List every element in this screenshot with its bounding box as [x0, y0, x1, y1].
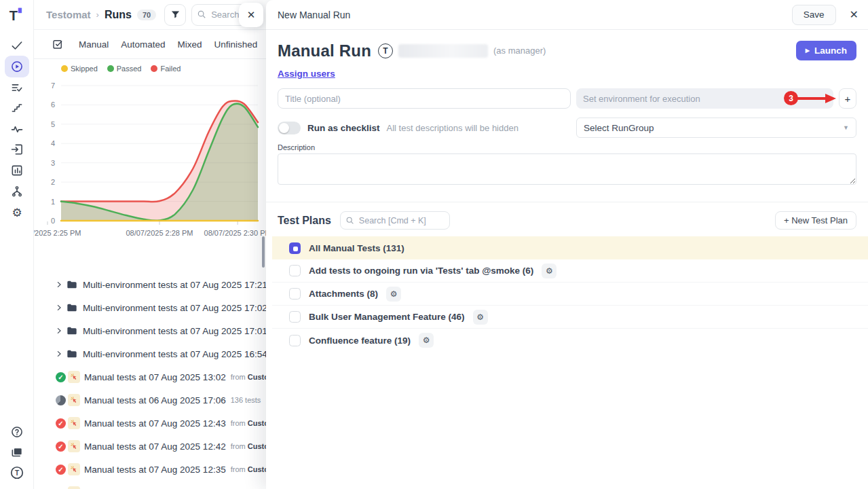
run-list-item[interactable]: ✓ Manual tests at 07 Aug 2025 12:35 from… [34, 458, 266, 481]
title-env-row: + 3 [278, 88, 856, 109]
run-status-icon: ✓ [56, 418, 66, 429]
assign-users-link[interactable]: Assign users [278, 69, 335, 79]
runs-type-tabs: Manual Automated Mixed Unfinished [34, 30, 266, 59]
testomat-logo-icon[interactable]: T▘ [0, 5, 34, 26]
chevron-right-icon[interactable] [56, 350, 62, 357]
drawer-title: New Manual Run [278, 10, 350, 20]
svg-text:08/07/2025 2:30 PM: 08/07/2025 2:30 PM [204, 229, 266, 237]
test-plan-label: Bulk User Management Feature (46) [309, 312, 465, 322]
test-plan-checkbox[interactable] [289, 242, 301, 254]
rungroup-value: Select RunGroup [584, 123, 654, 133]
test-plan-checkbox[interactable] [289, 265, 301, 276]
legend-item[interactable]: Passed [107, 65, 142, 73]
checklist-hint: All test descriptions will be hidden [387, 123, 518, 133]
test-plans-header: Test Plans + New Test Plan [278, 211, 856, 230]
breadcrumb-app[interactable]: Testomat [46, 9, 91, 20]
run-list-item[interactable]: ✓ Multi-environment tests at 07 Aug 2025… [34, 296, 266, 319]
breadcrumb-page[interactable]: Runs [105, 9, 132, 21]
test-plans-search-input[interactable] [340, 211, 450, 230]
play-icon: ▶ [806, 48, 810, 54]
test-plan-row[interactable]: Bulk User Management Feature (46) ⚙ [272, 306, 868, 329]
settings-gear-icon[interactable]: ⚙ [5, 202, 29, 223]
legend-label: Passed [117, 65, 142, 73]
svg-text:1: 1 [51, 198, 55, 206]
select-runs-icon[interactable] [52, 38, 64, 50]
filter-button[interactable] [164, 4, 186, 26]
test-plan-checkbox[interactable] [289, 335, 301, 346]
run-as-checklist-toggle[interactable] [278, 122, 301, 134]
test-plan-label: Attachments (8) [309, 289, 378, 299]
annotation-step-badge: 3 [784, 91, 798, 105]
new-test-plan-button[interactable]: + New Test Plan [775, 211, 856, 230]
test-plan-settings-button[interactable]: ⚙ [386, 287, 401, 302]
tab-manual[interactable]: Manual [79, 39, 109, 50]
test-plan-settings-button[interactable]: ⚙ [473, 310, 488, 325]
run-meta: from Custom [231, 419, 266, 427]
checklist-icon[interactable] [5, 77, 29, 98]
manual-run-icon [68, 371, 80, 383]
run-list-item[interactable]: ✓ Manual tests at 07 Aug 2025 13:02 from… [34, 365, 266, 388]
help-icon[interactable] [5, 421, 29, 443]
launch-button[interactable]: ▶ Launch [796, 41, 856, 60]
runs-panel: Testomat › Runs 70 ✕ Manual Automated Mi… [34, 0, 266, 489]
runs-play-icon[interactable] [5, 56, 29, 77]
branch-icon[interactable] [5, 181, 29, 202]
legend-item[interactable]: Failed [151, 65, 181, 73]
drawer-close-button[interactable]: ✕ [850, 8, 858, 21]
tab-unfinished[interactable]: Unfinished [214, 39, 258, 50]
run-list-item[interactable]: ✓ Multi-environment tests at 07 Aug 2025… [34, 319, 266, 342]
svg-text:0: 0 [51, 217, 55, 225]
test-plan-row[interactable]: Confluence feature (19) ⚙ [272, 329, 868, 352]
test-plan-row[interactable]: Add tests to ongoing run via 'Tests' tab… [272, 259, 868, 283]
gear-icon: ⚙ [423, 336, 430, 345]
import-icon[interactable] [5, 139, 29, 160]
run-list-item[interactable]: ✓ Manual tests at 06 Aug 2025 17:06 136 … [34, 388, 266, 412]
projects-icon[interactable] [5, 441, 29, 463]
tasks-check-icon[interactable] [5, 35, 29, 56]
run-meta: from Custom [231, 373, 266, 381]
profile-logo-icon[interactable]: T [5, 462, 29, 484]
run-label: Manual tests at 07 Aug 2025 12:43 [84, 418, 226, 429]
run-list-item[interactable]: ✓ Manual tests at 07 Aug 2025 12:43 from… [34, 412, 266, 435]
chevron-right-icon[interactable] [56, 327, 62, 334]
gear-icon: ⚙ [390, 289, 398, 299]
legend-dot [151, 65, 157, 72]
save-button[interactable]: Save [792, 5, 836, 25]
run-list-item[interactable]: ✓ Multi-environment tests at 07 Aug 2025… [34, 342, 266, 365]
rungroup-select[interactable]: Select RunGroup ▼ [576, 117, 856, 138]
description-textarea[interactable] [278, 153, 856, 185]
test-plan-settings-button[interactable]: ⚙ [419, 333, 434, 348]
run-status-icon: ✓ [56, 395, 66, 405]
svg-text:3: 3 [51, 159, 55, 167]
folder-icon [67, 349, 77, 359]
chevron-down-icon: ▼ [843, 124, 849, 131]
test-plans-search [340, 211, 450, 230]
run-list-item[interactable]: ✓ Manual tests at 07 Aug 2025 12:42 from… [34, 435, 266, 458]
test-plan-settings-button[interactable]: ⚙ [542, 264, 556, 278]
search-icon [345, 216, 354, 225]
chevron-right-icon[interactable] [56, 304, 62, 311]
test-plan-row[interactable]: Attachments (8) ⚙ [272, 283, 868, 306]
test-plan-row[interactable]: All Manual Tests (131) ⚙ [272, 236, 868, 259]
legend-label: Failed [160, 65, 181, 73]
legend-item[interactable]: Skipped [61, 65, 98, 73]
left-panel-scrollbar[interactable] [262, 236, 265, 268]
test-plan-checkbox[interactable] [289, 288, 301, 300]
run-list-item[interactable]: ✓ [34, 481, 266, 489]
run-title-input[interactable] [278, 88, 571, 109]
app-root: T▘ ⚙ T Testomat › Runs 70 ✕ [0, 0, 868, 489]
add-environment-button[interactable]: + [839, 88, 856, 109]
chart-canvas: 0123456708/07/2025 2:25 PM08/07/2025 2:2… [34, 75, 266, 244]
analytics-icon[interactable] [5, 160, 29, 181]
chevron-right-icon[interactable] [56, 281, 62, 288]
test-plan-list: All Manual Tests (131) ⚙ Add tests to on… [272, 236, 868, 352]
drawer-close-floating-button[interactable]: ✕ [239, 3, 263, 27]
tab-automated[interactable]: Automated [121, 39, 165, 50]
manual-run-icon [68, 463, 80, 475]
pulse-icon[interactable] [5, 118, 29, 140]
run-list-item[interactable]: ✓ Multi-environment tests at 07 Aug 2025… [34, 273, 266, 296]
test-plan-checkbox[interactable] [289, 311, 301, 323]
tab-mixed[interactable]: Mixed [178, 39, 202, 50]
steps-icon[interactable] [5, 97, 29, 119]
folder-icon [67, 280, 77, 289]
